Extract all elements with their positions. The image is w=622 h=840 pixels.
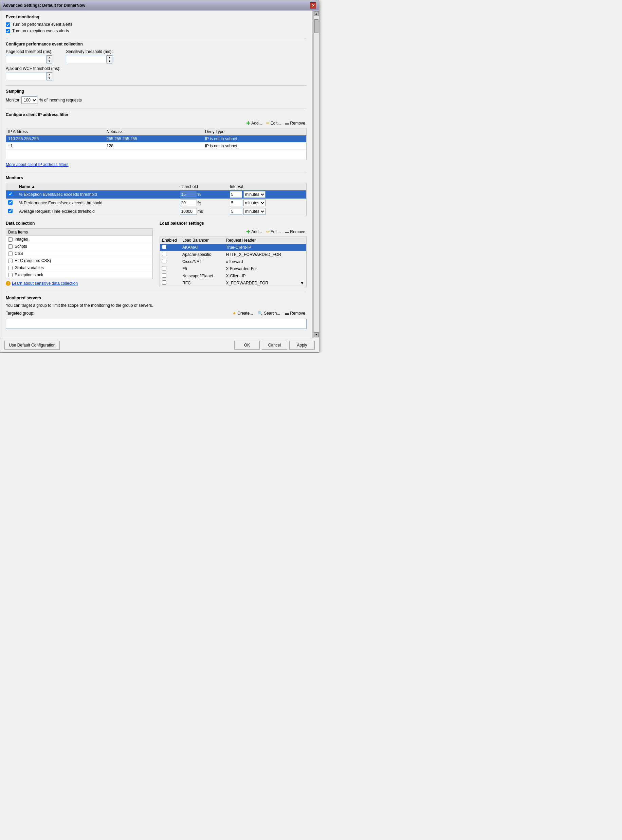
lb-row6-cb[interactable] xyxy=(162,280,166,285)
scrollbar-thumb[interactable] xyxy=(314,19,319,33)
cancel-button[interactable]: Cancel xyxy=(262,341,287,350)
ajax-down[interactable]: ▼ xyxy=(47,76,52,80)
lb-row6-header: X_FORWARDED_FOR xyxy=(224,280,299,287)
mon-row1-check xyxy=(6,190,17,199)
table-row[interactable]: Netscape/iPlanet X-Client-IP xyxy=(160,272,306,280)
lb-row2-cb[interactable] xyxy=(162,252,166,256)
ip-remove-button[interactable]: ▬ Remove xyxy=(284,120,306,126)
create-button[interactable]: ✦ Create... xyxy=(231,310,254,317)
lb-add-button[interactable]: ✛ Add... xyxy=(245,228,263,235)
percent-label: % of incoming requests xyxy=(40,98,82,102)
page-load-up[interactable]: ▲ xyxy=(47,56,52,59)
table-row[interactable]: % Performance Events/sec exceeds thresho… xyxy=(6,199,306,207)
mon-row2-interval: minuteshoursdays xyxy=(228,199,301,207)
scripts-checkbox[interactable] xyxy=(8,244,12,249)
servers-remove-button[interactable]: ▬ Remove xyxy=(284,310,306,316)
mon-row2-interval-input[interactable] xyxy=(230,199,242,206)
lb-row4-enabled xyxy=(160,265,180,272)
mon-row2-unit: % xyxy=(198,201,201,205)
table-row[interactable]: F5 X-Forwarded-For xyxy=(160,265,306,272)
apply-button[interactable]: Apply xyxy=(289,341,315,350)
monitors-table-wrapper: Name ▲ Threshold Interval xyxy=(6,183,306,216)
table-row[interactable]: % Exception Events/sec exceeds threshold… xyxy=(6,190,306,199)
sampling-select[interactable]: 100 50 25 10 xyxy=(21,96,37,104)
lb-remove-button[interactable]: ▬ Remove xyxy=(284,229,306,235)
images-checkbox[interactable] xyxy=(8,237,12,242)
lb-row6-lb: RFC xyxy=(180,280,224,287)
scrollbar-track[interactable] xyxy=(314,16,319,332)
mon-row1-threshold-input[interactable] xyxy=(180,191,197,198)
scrollbar-up[interactable]: ▲ xyxy=(314,11,319,16)
ip-remove-label: Remove xyxy=(290,121,305,126)
mon-row1-interval-select[interactable]: minuteshoursdays xyxy=(244,191,265,198)
mon-col-name[interactable]: Name ▲ xyxy=(17,183,178,190)
table-row[interactable]: Cisco/NAT x-forward xyxy=(160,258,306,265)
scrollbar-down[interactable]: ▼ xyxy=(314,332,319,337)
perf-alerts-checkbox[interactable] xyxy=(6,23,10,27)
mon-row1-checkbox[interactable] xyxy=(8,192,12,196)
exception-stack-checkbox[interactable] xyxy=(8,273,12,277)
ip-more-link[interactable]: More about client IP address filters xyxy=(6,162,69,167)
table-row[interactable]: Apache-specific HTTP_X_FORWARDED_FOR xyxy=(160,251,306,258)
close-button[interactable]: ✕ xyxy=(310,2,316,9)
lb-row4-scroll xyxy=(298,265,306,272)
sensitivity-up[interactable]: ▲ xyxy=(107,56,112,59)
monitors-table: Name ▲ Threshold Interval xyxy=(6,183,306,216)
threshold-row: Page load threshold (ms): 15000 ▲ ▼ Sens… xyxy=(6,49,306,64)
mon-col-interval[interactable]: Interval xyxy=(228,183,301,190)
table-row[interactable]: 110.255.255.255 255.255.255.255 IP is no… xyxy=(6,135,306,143)
mon-row2-checkbox[interactable] xyxy=(8,200,12,205)
ok-button[interactable]: OK xyxy=(234,341,260,350)
lb-add-icon: ✛ xyxy=(246,229,250,234)
table-row[interactable]: Average Request Time exceeds threshold m… xyxy=(6,207,306,216)
mon-row2-threshold-input[interactable] xyxy=(180,199,197,206)
use-default-button[interactable]: Use Default Configuration xyxy=(5,341,60,350)
sensitivity-down[interactable]: ▼ xyxy=(107,59,112,63)
global-vars-checkbox[interactable] xyxy=(8,266,12,270)
css-checkbox[interactable] xyxy=(8,251,12,256)
lb-row3-cb[interactable] xyxy=(162,259,166,263)
mon-row3-interval-select[interactable]: minuteshoursdays xyxy=(244,208,265,215)
mon-row3-checkbox[interactable] xyxy=(8,209,12,213)
mon-row3-threshold-input[interactable] xyxy=(180,208,197,215)
ip-add-button[interactable]: ✛ Add... xyxy=(245,120,263,126)
lb-row2-header: HTTP_X_FORWARDED_FOR xyxy=(224,251,299,258)
servers-remove-label: Remove xyxy=(290,311,305,316)
scrollbar[interactable]: ▲ ▼ xyxy=(313,11,319,338)
sensitivity-input[interactable]: 3000 xyxy=(66,56,107,63)
search-button[interactable]: 🔍 Search... xyxy=(256,310,282,316)
table-row[interactable]: RFC X_FORWARDED_FOR ▼ xyxy=(160,280,306,287)
list-item: HTC (requires CSS) xyxy=(6,257,152,265)
mon-col-name-label: Name xyxy=(19,184,30,189)
targeted-group-row: Targeted group: ✦ Create... 🔍 Search... … xyxy=(6,310,306,317)
mon-row3-interval-input[interactable] xyxy=(230,208,242,215)
lb-row1-cb[interactable] xyxy=(162,245,166,249)
exception-alerts-checkbox[interactable] xyxy=(6,29,10,33)
targeted-group-input[interactable] xyxy=(6,319,306,329)
learn-link[interactable]: Learn about sensitive data collection xyxy=(12,281,78,286)
htc-checkbox[interactable] xyxy=(8,259,12,263)
monitored-servers-section: Monitored servers You can target a group… xyxy=(6,295,306,329)
lb-row2-enabled xyxy=(160,251,180,258)
page-load-down[interactable]: ▼ xyxy=(47,59,52,63)
sampling-title: Sampling xyxy=(6,89,306,94)
mon-col-threshold[interactable]: Threshold xyxy=(178,183,228,190)
mon-row2-threshold: % xyxy=(178,199,228,207)
lb-edit-button[interactable]: ✏ Edit... xyxy=(265,229,282,235)
mon-row1-interval-input[interactable] xyxy=(230,191,242,198)
ajax-up[interactable]: ▲ xyxy=(47,73,52,76)
ajax-input[interactable]: 5000 xyxy=(6,73,47,80)
lb-row5-cb[interactable] xyxy=(162,273,166,278)
ip-edit-icon: ✏ xyxy=(266,121,270,126)
ajax-label: Ajax and WCF threshold (ms): xyxy=(6,66,306,71)
search-icon: 🔍 xyxy=(258,311,263,316)
data-collection-title: Data collection xyxy=(6,221,153,226)
table-row[interactable]: ::1 128 IP is not in subnet xyxy=(6,143,306,150)
page-load-input[interactable]: 15000 xyxy=(6,56,47,63)
lb-row4-cb[interactable] xyxy=(162,266,166,271)
table-row[interactable]: AKAMAI True-Client-IP xyxy=(160,244,306,251)
mon-row2-interval-select[interactable]: minuteshoursdays xyxy=(244,199,265,206)
lb-remove-icon: ▬ xyxy=(285,230,289,234)
lb-add-label: Add... xyxy=(251,230,262,234)
ip-edit-button[interactable]: ✏ Edit... xyxy=(265,120,282,126)
